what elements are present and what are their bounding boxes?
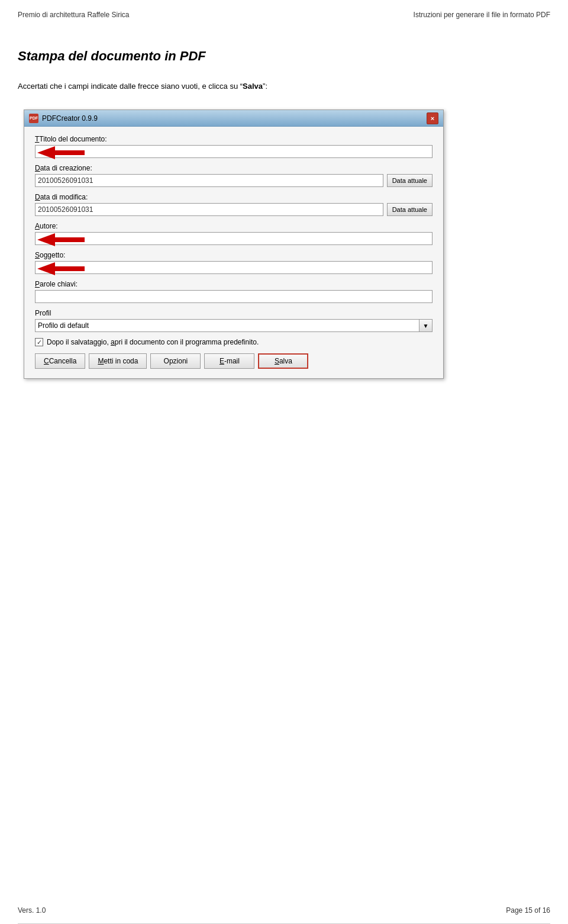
cancella-button[interactable]: CCancella xyxy=(35,353,85,369)
close-button[interactable]: × xyxy=(427,112,438,124)
soggetto-label: Soggetto: xyxy=(35,251,433,259)
checkbox-row: ✓ Dopo il salvataggio, apri il documento… xyxy=(35,338,433,346)
data-modifica-input[interactable] xyxy=(35,203,383,216)
dialog-buttons: CCancella Metti in coda Opzioni E-mail S… xyxy=(35,353,433,369)
profil-select-row: ▼ xyxy=(35,319,433,332)
autore-input[interactable] xyxy=(35,232,433,245)
parole-label: Parole chiavi: xyxy=(35,280,433,288)
titolo-group: TTitolo del documento: xyxy=(35,135,433,158)
titolo-input[interactable] xyxy=(35,145,433,158)
intro-text-bold: Salva xyxy=(243,82,263,91)
intro-text-before: Accertati che i campi indicate dalle fre… xyxy=(18,82,243,91)
metti-coda-button[interactable]: Metti in coda xyxy=(89,353,147,369)
data-creazione-input[interactable] xyxy=(35,174,383,187)
titolo-input-wrapper xyxy=(35,145,433,158)
data-creazione-row: Data attuale xyxy=(35,174,433,187)
intro-text-after: ”: xyxy=(263,82,267,91)
autore-group: Autore: xyxy=(35,222,433,245)
soggetto-group: Soggetto: xyxy=(35,251,433,274)
open-after-save-checkbox[interactable]: ✓ xyxy=(35,338,43,346)
opzioni-button[interactable]: Opzioni xyxy=(150,353,201,369)
header-right-text: Istruzioni per generare il file in forma… xyxy=(414,11,550,19)
data-modifica-btn[interactable]: Data attuale xyxy=(387,203,433,216)
data-creazione-btn[interactable]: Data attuale xyxy=(387,174,433,187)
page-header: Premio di architettura Raffele Sirica Is… xyxy=(0,0,568,25)
app-icon: PDF xyxy=(29,114,38,123)
parole-input[interactable] xyxy=(35,290,433,303)
data-modifica-group: Data di modifica: Data attuale xyxy=(35,193,433,216)
pdf-creator-dialog: PDF PDFCreator 0.9.9 × TTitolo del docum… xyxy=(24,110,444,379)
profil-input[interactable] xyxy=(35,319,419,332)
salva-button[interactable]: Salva xyxy=(258,353,308,369)
profil-label: Profil xyxy=(35,309,433,317)
data-modifica-label: Data di modifica: xyxy=(35,193,433,201)
autore-label: Autore: xyxy=(35,222,433,230)
dialog-title: PDFCreator 0.9.9 xyxy=(42,114,98,123)
checkbox-label: Dopo il salvataggio, apri il documento c… xyxy=(47,338,259,346)
dialog-titlebar: PDF PDFCreator 0.9.9 × xyxy=(24,110,443,127)
page-content: Stampa del documento in PDF Accertati ch… xyxy=(0,25,568,414)
email-button[interactable]: E-mail xyxy=(204,353,254,369)
titolo-label: TTitolo del documento: xyxy=(35,135,433,143)
titlebar-left: PDF PDFCreator 0.9.9 xyxy=(29,114,98,123)
section-title: Stampa del documento in PDF xyxy=(18,49,550,64)
page-footer: Vers. 1.0 Page 15 of 16 xyxy=(0,904,568,915)
data-creazione-group: Data di creazione: Data attuale xyxy=(35,164,433,187)
data-creazione-label: Data di creazione: xyxy=(35,164,433,172)
parole-group: Parole chiavi: xyxy=(35,280,433,303)
header-left-text: Premio di architettura Raffele Sirica xyxy=(18,11,130,19)
profil-group: Profil ▼ xyxy=(35,309,433,332)
intro-paragraph: Accertati che i campi indicate dalle fre… xyxy=(18,82,550,91)
soggetto-input[interactable] xyxy=(35,261,433,274)
soggetto-input-wrapper xyxy=(35,261,433,274)
version-label: Vers. 1.0 xyxy=(18,906,46,915)
page-number: Page 15 of 16 xyxy=(506,906,550,915)
dialog-body: TTitolo del documento: Data di creazione… xyxy=(24,127,443,378)
profil-dropdown-btn[interactable]: ▼ xyxy=(419,319,433,332)
data-modifica-row: Data attuale xyxy=(35,203,433,216)
autore-input-wrapper xyxy=(35,232,433,245)
dialog-screenshot: PDF PDFCreator 0.9.9 × TTitolo del docum… xyxy=(24,110,444,379)
